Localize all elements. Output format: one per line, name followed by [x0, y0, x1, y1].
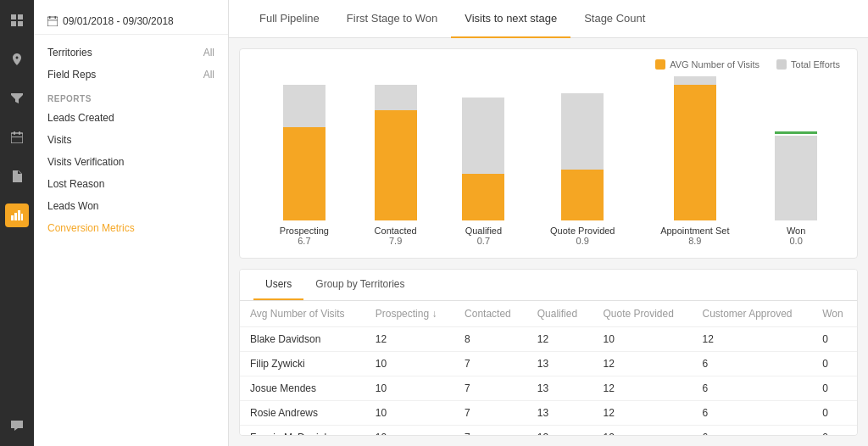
- chart-container: AVG Number of Visits Total Efforts Prosp…: [239, 48, 858, 259]
- bar-stack: [775, 72, 817, 220]
- table-tabs: Users Group by Territories: [240, 270, 857, 301]
- tab-first-stage-to-won[interactable]: First Stage to Won: [333, 0, 451, 38]
- svg-rect-4: [11, 133, 23, 143]
- bar-stack: [674, 72, 716, 220]
- svg-rect-0: [11, 14, 16, 20]
- bar-value: 0.7: [477, 236, 490, 246]
- table-cell-value: 10: [365, 401, 454, 426]
- chat-icon[interactable]: [5, 414, 29, 438]
- green-line-indicator: [775, 131, 817, 134]
- table-cell-value: 6: [692, 352, 812, 376]
- bar-yellow-segment: [674, 85, 716, 220]
- svg-rect-18: [47, 20, 58, 21]
- territories-value: All: [203, 47, 214, 59]
- bar-group: Qualified0.7: [462, 72, 504, 246]
- table-cell-value: 10: [365, 376, 454, 401]
- menu-item-conversion-metrics[interactable]: Conversion Metrics: [34, 217, 228, 239]
- table-cell-value: 12: [593, 426, 693, 437]
- svg-rect-6: [19, 131, 20, 135]
- menu-item-lost-reason[interactable]: Lost Reason: [34, 173, 228, 195]
- table-cell-value: 13: [527, 376, 593, 401]
- table-cell-value: 7: [454, 352, 527, 376]
- table-header-cell: Won: [812, 301, 857, 327]
- bar-group: Prospecting6.7: [280, 72, 329, 246]
- fieldreps-filter: Field Reps All: [34, 64, 228, 86]
- svg-rect-13: [18, 210, 20, 220]
- bar-value: 6.7: [298, 236, 310, 246]
- bar-label: Contacted: [375, 226, 417, 236]
- territories-label: Territories: [47, 47, 92, 59]
- date-range-text: 09/01/2018 - 09/30/2018: [63, 15, 174, 27]
- table-cell-value: 12: [593, 401, 693, 426]
- bar-yellow-segment: [561, 170, 604, 220]
- bar-group: Contacted7.9: [375, 72, 417, 246]
- legend-dot-gray: [776, 59, 787, 70]
- document-icon[interactable]: [5, 164, 29, 188]
- table-cell-value: 10: [593, 327, 693, 352]
- table-row: Filip Zywicki107131260: [240, 352, 857, 376]
- grid-icon[interactable]: [5, 8, 29, 32]
- table-cell-value: 12: [692, 327, 812, 352]
- table-cell-value: 13: [527, 352, 593, 376]
- table-cell-name: Josue Mendes: [240, 376, 365, 401]
- calendar-icon[interactable]: [5, 125, 29, 149]
- calendar-small-icon: [47, 16, 58, 26]
- reports-section-label: REPORTS: [34, 86, 228, 107]
- table-tab-territories[interactable]: Group by Territories: [303, 270, 416, 300]
- chart-bar-icon[interactable]: [5, 203, 29, 227]
- location-icon[interactable]: [5, 47, 29, 71]
- table-head: Avg Number of VisitsProspecting ↓Contact…: [240, 301, 857, 327]
- bar-gray-segment: [375, 85, 417, 110]
- bar-group: Quote Provided0.9: [550, 72, 615, 246]
- bar-stack: [462, 72, 504, 220]
- table-header-cell: Quote Provided: [593, 301, 693, 327]
- svg-rect-9: [14, 177, 20, 178]
- bar-group: Won0.0: [775, 72, 817, 246]
- table-header-cell: Customer Approved: [692, 301, 812, 327]
- table-cell-value: 7: [454, 401, 527, 426]
- menu-item-leads-created[interactable]: Leads Created: [34, 107, 228, 129]
- left-panel: 09/01/2018 - 09/30/2018 Territories All …: [34, 0, 229, 446]
- bar-gray-segment: [283, 85, 326, 127]
- svg-rect-8: [14, 176, 20, 176]
- svg-rect-11: [11, 215, 14, 220]
- svg-rect-17: [55, 16, 57, 19]
- table-cell-value: 13: [527, 401, 593, 426]
- table-cell-value: 7: [454, 376, 527, 401]
- table-cell-value: 0: [812, 352, 857, 376]
- bar-label: Prospecting: [280, 226, 329, 236]
- tab-full-pipeline[interactable]: Full Pipeline: [246, 0, 333, 38]
- legend-avg-visits: AVG Number of Visits: [655, 59, 760, 70]
- table-tab-users[interactable]: Users: [253, 270, 303, 300]
- table-header-cell: Qualified: [527, 301, 593, 327]
- bar-value: 8.9: [688, 236, 701, 246]
- bar-yellow-segment: [375, 110, 417, 220]
- tab-visits-to-next-stage[interactable]: Visits to next stage: [451, 0, 570, 38]
- bar-label: Qualified: [465, 226, 502, 236]
- bar-stack: [561, 72, 604, 220]
- menu-item-visits[interactable]: Visits: [34, 129, 228, 151]
- svg-rect-16: [49, 16, 51, 19]
- menu-item-visits-verification[interactable]: Visits Verification: [34, 151, 228, 173]
- table-row: Rosie Andrews107131260: [240, 401, 857, 426]
- table-row: Josue Mendes107131260: [240, 376, 857, 401]
- chart-legend: AVG Number of Visits Total Efforts: [257, 59, 840, 70]
- bar-gray-segment: [561, 93, 604, 170]
- table-cell-name: Blake Davidson: [240, 327, 365, 352]
- table-cell-value: 12: [365, 327, 454, 352]
- bar-value: 0.9: [576, 236, 589, 246]
- bar-gray-segment: [462, 98, 504, 174]
- table-cell-value: 10: [365, 352, 454, 376]
- svg-rect-15: [47, 17, 58, 26]
- table-cell-value: 12: [593, 352, 693, 376]
- svg-rect-10: [14, 179, 18, 180]
- table-cell-value: 8: [454, 327, 527, 352]
- filter-icon[interactable]: [5, 86, 29, 110]
- tab-stage-count[interactable]: Stage Count: [570, 0, 659, 38]
- table-cell-value: 0: [812, 327, 857, 352]
- legend-avg-label: AVG Number of Visits: [670, 59, 760, 70]
- fieldreps-value: All: [203, 69, 214, 81]
- menu-item-leads-won[interactable]: Leads Won: [34, 195, 228, 217]
- table-cell-value: 0: [812, 426, 857, 437]
- table-cell-name: Rosie Andrews: [240, 401, 365, 426]
